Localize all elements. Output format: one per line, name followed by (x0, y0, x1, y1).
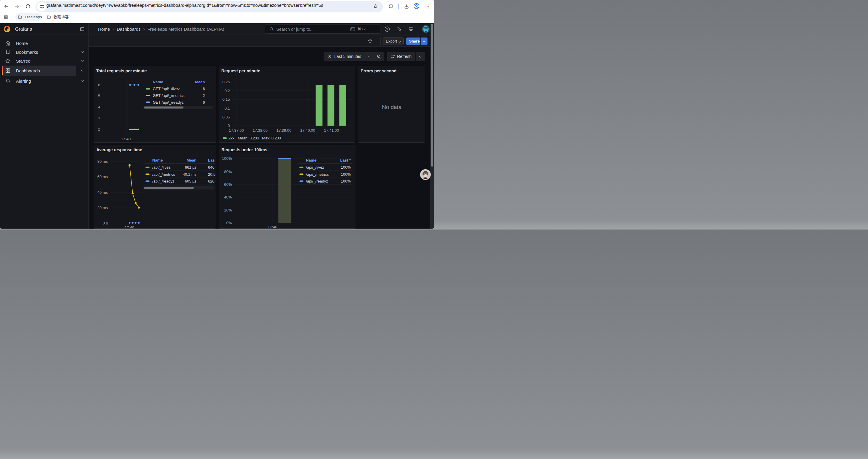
svg-text:80 ms: 80 ms (97, 159, 108, 164)
svg-text:0: 0 (228, 124, 230, 128)
svg-text:6: 6 (203, 87, 205, 91)
svg-text:3: 3 (98, 116, 100, 120)
svg-text:60%: 60% (224, 182, 231, 186)
svg-text:Name: Name (306, 158, 316, 162)
svg-text:Mean: Mean (195, 80, 205, 84)
svg-text:GET /api/_/livez: GET /api/_/livez (153, 87, 180, 91)
svg-text:/api/_/livez: /api/_/livez (152, 165, 170, 169)
svg-text:4: 4 (98, 105, 100, 109)
svg-text:2xx: 2xx (228, 136, 235, 140)
svg-text:6: 6 (98, 83, 100, 87)
svg-text:100%: 100% (222, 156, 232, 160)
svg-text:2: 2 (98, 127, 100, 131)
svg-text:/api/_/metrics: /api/_/metrics (152, 172, 176, 176)
svg-text:100%: 100% (341, 165, 351, 169)
svg-text:17:40: 17:40 (267, 225, 277, 228)
svg-text:Name: Name (153, 80, 163, 84)
svg-text:/api/_/readyz: /api/_/readyz (306, 179, 328, 184)
svg-text:40 ms: 40 ms (97, 190, 108, 194)
svg-text:0.2: 0.2 (224, 89, 230, 93)
svg-text:60 ms: 60 ms (97, 174, 108, 179)
svg-text:6: 6 (203, 100, 205, 104)
svg-text:5: 5 (98, 94, 100, 98)
svg-text:20 ms: 20 ms (97, 205, 108, 210)
svg-text:GET /api/_/readyz: GET /api/_/readyz (153, 100, 184, 104)
svg-text:646: 646 (208, 165, 215, 169)
svg-text:17:37:00: 17:37:00 (229, 128, 244, 133)
svg-text:0%: 0% (226, 221, 231, 225)
svg-text:Las: Las (208, 158, 215, 162)
svg-text:0 s: 0 s (103, 221, 108, 225)
svg-text:Mean: Mean (187, 158, 196, 162)
svg-text:/api/_/readyz: /api/_/readyz (152, 179, 174, 184)
svg-text:17:40:00: 17:40:00 (300, 128, 315, 133)
svg-text:17:39:00: 17:39:00 (277, 128, 291, 133)
svg-text:80%: 80% (224, 169, 231, 174)
svg-text:40%: 40% (224, 195, 231, 199)
svg-text:0.25: 0.25 (222, 80, 230, 84)
svg-text:Mean: 0.233: Mean: 0.233 (238, 136, 259, 140)
svg-text:620: 620 (208, 179, 215, 184)
svg-text:2: 2 (203, 93, 205, 98)
svg-text:661 µs: 661 µs (185, 165, 197, 169)
svg-text:17:38:00: 17:38:00 (253, 128, 268, 133)
svg-text:100%: 100% (341, 179, 351, 184)
svg-text:40.1 ms: 40.1 ms (183, 172, 197, 176)
svg-text:17:41:00: 17:41:00 (324, 128, 339, 133)
svg-text:/api/_/metrics: /api/_/metrics (306, 172, 329, 176)
svg-text:17:40: 17:40 (121, 137, 131, 141)
svg-text:17:40: 17:40 (125, 225, 134, 228)
svg-text:0.1: 0.1 (224, 106, 230, 110)
svg-text:20%: 20% (224, 208, 231, 212)
svg-text:100%: 100% (341, 172, 351, 176)
svg-text:/api/_/livez: /api/_/livez (306, 165, 324, 169)
svg-text:GET /api/_/metrics: GET /api/_/metrics (153, 93, 185, 98)
svg-text:0.05: 0.05 (222, 115, 230, 119)
svg-text:20.5 r: 20.5 r (208, 172, 216, 176)
svg-text:Max: 0.233: Max: 0.233 (262, 136, 281, 140)
svg-text:605 µs: 605 µs (185, 179, 197, 184)
svg-text:0.15: 0.15 (222, 97, 230, 102)
svg-text:Name: Name (152, 158, 163, 162)
svg-text:Last *: Last * (340, 158, 351, 162)
